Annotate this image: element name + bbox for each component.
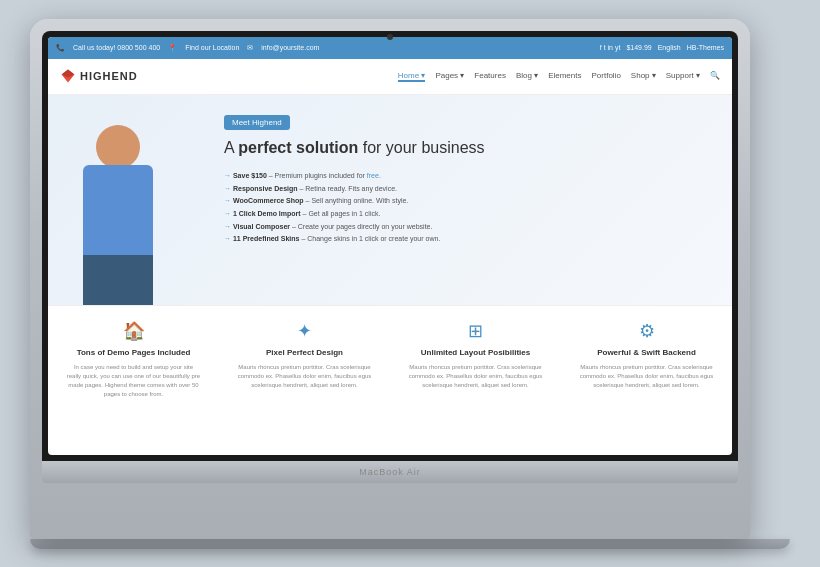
feature-block-1: 🏠 Tons of Demo Pages Included In case yo… (58, 320, 208, 399)
nav-features[interactable]: Features (474, 71, 506, 82)
lang-text: English (658, 44, 681, 51)
nav-shop[interactable]: Shop ▾ (631, 71, 656, 82)
feature-block-4: ⚙ Powerful & Swift Backend Mauris rhoncu… (571, 320, 721, 399)
feature-icon-3: ⊞ (408, 320, 542, 342)
camera (387, 34, 393, 40)
laptop-container: 📞 Call us today! 0800 500 400 📍 Find our… (30, 19, 790, 549)
logo-text: HIGHEND (80, 70, 138, 82)
feature-title-4: Powerful & Swift Backend (579, 348, 713, 357)
nav-pages[interactable]: Pages ▾ (435, 71, 464, 82)
phone-icon: 📞 (56, 44, 65, 52)
user-text: HB-Themes (687, 44, 724, 51)
feature-item-1: Save $150 – Premium plugins included for… (224, 170, 716, 183)
screen-bezel: 📞 Call us today! 0800 500 400 📍 Find our… (42, 31, 738, 461)
feature-icon-1: 🏠 (66, 320, 200, 342)
site-nav: HIGHEND Home ▾ Pages ▾ Features Blog ▾ E… (48, 59, 732, 95)
person-head (96, 125, 140, 169)
hero-content: Meet Highend A perfect solution for your… (208, 95, 732, 305)
hero-person (48, 95, 208, 305)
screen: 📞 Call us today! 0800 500 400 📍 Find our… (48, 37, 732, 455)
laptop-foot (30, 539, 790, 549)
person-pants (83, 255, 153, 305)
macbook-label: MacBook Air (359, 467, 421, 477)
location-icon: 📍 (168, 44, 177, 52)
feature-desc-3: Mauris rhoncus pretium porttitor. Cras s… (408, 363, 542, 390)
hero-badge: Meet Highend (224, 115, 290, 130)
feature-item-2: Responsive Design – Retina ready. Fits a… (224, 183, 716, 196)
feature-item-5: Visual Composer – Create your pages dire… (224, 221, 716, 234)
site-features: 🏠 Tons of Demo Pages Included In case yo… (48, 305, 732, 413)
feature-desc-1: In case you need to build and setup your… (66, 363, 200, 399)
nav-items: Home ▾ Pages ▾ Features Blog ▾ Elements … (398, 71, 720, 82)
phone-text: Call us today! 0800 500 400 (73, 44, 160, 51)
laptop-base: MacBook Air (42, 461, 738, 483)
feature-icon-2: ✦ (237, 320, 371, 342)
logo-diamond-icon (60, 68, 76, 84)
email-text: info@yoursite.com (261, 44, 319, 51)
feature-desc-4: Mauris rhoncus pretium porttitor. Cras s… (579, 363, 713, 390)
person-shirt (83, 165, 153, 255)
feature-title-1: Tons of Demo Pages Included (66, 348, 200, 357)
feature-icon-4: ⚙ (579, 320, 713, 342)
feature-item-6: 11 Predefined Skins – Change skins in 1 … (224, 233, 716, 246)
nav-elements[interactable]: Elements (548, 71, 581, 82)
nav-support[interactable]: Support ▾ (666, 71, 700, 82)
nav-blog[interactable]: Blog ▾ (516, 71, 538, 82)
site-topbar: 📞 Call us today! 0800 500 400 📍 Find our… (48, 37, 732, 59)
feature-block-2: ✦ Pixel Perfect Design Mauris rhoncus pr… (229, 320, 379, 399)
feature-title-2: Pixel Perfect Design (237, 348, 371, 357)
social-icons: f t in yt (600, 44, 621, 51)
hero-features-list: Save $150 – Premium plugins included for… (224, 170, 716, 246)
feature-item-4: 1 Click Demo Import – Get all pages in 1… (224, 208, 716, 221)
feature-block-3: ⊞ Unlimited Layout Posibilities Mauris r… (400, 320, 550, 399)
nav-home[interactable]: Home ▾ (398, 71, 426, 82)
site-hero: Meet Highend A perfect solution for your… (48, 95, 732, 305)
location-text: Find our Location (185, 44, 239, 51)
laptop-outer: 📞 Call us today! 0800 500 400 📍 Find our… (30, 19, 750, 539)
email-icon: ✉ (247, 44, 253, 52)
nav-portfolio[interactable]: Portfolio (591, 71, 620, 82)
feature-item-3: WooCommerce Shop – Sell anything online.… (224, 195, 716, 208)
feature-desc-2: Mauris rhoncus pretium porttitor. Cras s… (237, 363, 371, 390)
feature-title-3: Unlimited Layout Posibilities (408, 348, 542, 357)
nav-search-icon[interactable]: 🔍 (710, 71, 720, 82)
hero-title: A perfect solution for your business (224, 138, 716, 159)
price-text: $149.99 (626, 44, 651, 51)
